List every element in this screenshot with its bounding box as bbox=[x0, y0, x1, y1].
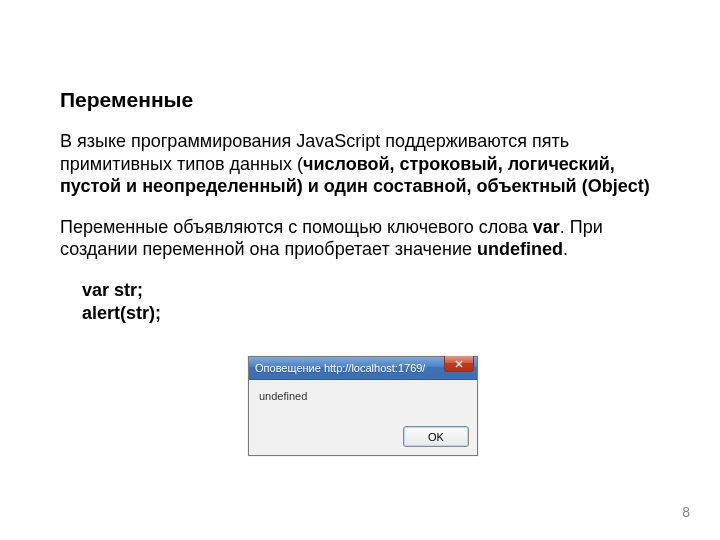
paragraph-var: Переменные объявляются с помощью ключево… bbox=[60, 216, 660, 261]
dialog-window: Оповещение http://localhost:1769/ undefi… bbox=[248, 356, 478, 456]
code-line-2: alert(str); bbox=[82, 302, 660, 325]
para2-undefined: undefined bbox=[477, 239, 563, 259]
slide: Переменные В языке программирования Java… bbox=[0, 0, 720, 540]
dialog-title-text: Оповещение http://localhost:1769/ bbox=[255, 362, 425, 374]
close-button[interactable] bbox=[444, 356, 474, 372]
para2-text1: Переменные объявляются с помощью ключево… bbox=[60, 217, 533, 237]
alert-dialog: Оповещение http://localhost:1769/ undefi… bbox=[248, 356, 478, 456]
dialog-button-row: OK bbox=[249, 422, 477, 455]
para2-var-keyword: var bbox=[533, 217, 560, 237]
code-block: var str; alert(str); bbox=[82, 279, 660, 326]
dialog-body: undefined bbox=[249, 380, 477, 422]
close-icon bbox=[455, 358, 463, 370]
dialog-title-bar: Оповещение http://localhost:1769/ bbox=[249, 357, 477, 380]
heading-variables: Переменные bbox=[60, 88, 660, 112]
ok-button[interactable]: OK bbox=[403, 426, 469, 447]
code-line-1: var str; bbox=[82, 279, 660, 302]
page-number: 8 bbox=[682, 504, 690, 520]
para2-text3: . bbox=[563, 239, 568, 259]
paragraph-types: В языке программирования JavaScript подд… bbox=[60, 130, 660, 198]
dialog-message: undefined bbox=[259, 390, 307, 402]
